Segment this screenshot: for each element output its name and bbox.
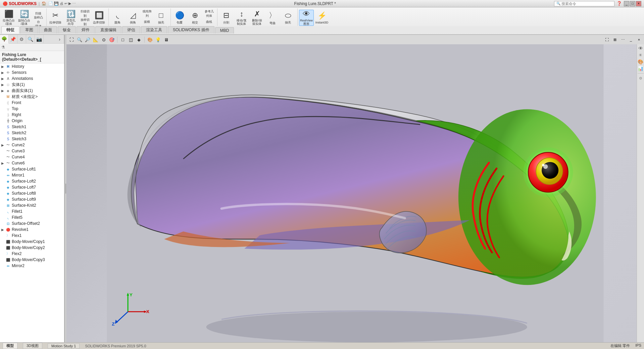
search-input[interactable] — [561, 2, 608, 6]
tree-item-right[interactable]: ▶ ├ Right — [0, 112, 64, 118]
tab-sketch[interactable]: 草图 — [20, 26, 38, 34]
status-tab-motion[interactable]: Motion Study 1 — [48, 343, 80, 349]
tree-item-surface-loft1[interactable]: ▶ ◈ Surface-Loft1 — [0, 166, 64, 172]
tree-item-fillet5[interactable]: ▶ ◟ Fillet5 — [0, 214, 64, 220]
tree-item-body-copy3[interactable]: ▶ ⬛ Body-Move/Copy3 — [0, 257, 64, 263]
tree-item-material[interactable]: ▶ M 材质 <未指定> — [0, 94, 64, 100]
vp-minimize-btn[interactable]: _ — [627, 36, 635, 43]
tree-item-revolve1[interactable]: ▶ 🔴 Revolve1 — [0, 227, 64, 233]
tree-item-sketch1[interactable]: ▶ S Sketch1 — [0, 124, 64, 130]
tree-item-solid[interactable]: ▶ □ 实体(1) — [0, 82, 64, 88]
panel-tab-property[interactable]: 📌 — [9, 35, 17, 44]
btn-realview[interactable]: 👁 RealView图形 — [299, 10, 314, 26]
btn-flex[interactable]: 〉 弯曲 — [265, 10, 280, 26]
vp-shaded-btn[interactable]: ◫ — [127, 36, 135, 43]
close-button[interactable]: × — [636, 1, 641, 6]
tree-item-fillet1[interactable]: ▶ ◟ Fillet1 — [0, 208, 64, 214]
tab-evaluate[interactable]: 评估 — [122, 26, 140, 34]
tree-item-flex2[interactable]: ▶ 〉 Flex2 — [0, 251, 64, 257]
btn-rib[interactable]: 线性阵列 — [141, 10, 153, 18]
feature-tree[interactable]: ▶ H History ▶ 👁 Sensors ▶ A Annotations … — [0, 63, 64, 342]
btn-emboss[interactable]: ⬭ 抽壳 — [281, 10, 295, 26]
vp-orient-btn[interactable]: ⛶ — [68, 36, 75, 43]
appearance-icon[interactable]: ☀ — [638, 52, 643, 58]
scene-icon[interactable]: 🎨 — [638, 59, 643, 64]
vp-light-btn[interactable]: 💡 — [154, 36, 162, 43]
btn-loft-cut[interactable]: 放样切割 — [79, 18, 91, 26]
menu-new[interactable]: 🏠 — [42, 1, 46, 6]
tree-item-annotations[interactable]: ▶ A Annotations — [0, 76, 64, 82]
btn-boundary-cut[interactable]: 🔲 边界切除 — [92, 10, 106, 26]
vp-wire-btn[interactable]: □ — [119, 36, 127, 43]
status-tab-3dview[interactable]: 3D视图 — [23, 343, 42, 349]
tree-item-origin[interactable]: ▶ ╋ Origin — [0, 118, 64, 124]
btn-wrap[interactable]: 🔵 包覆 — [172, 10, 187, 26]
tree-item-history[interactable]: ▶ H History — [0, 63, 64, 69]
vp-close-btn[interactable]: × — [635, 36, 643, 43]
display-manager-icon[interactable]: 👁 — [638, 46, 643, 51]
btn-draft[interactable]: 拔模 — [141, 18, 153, 26]
tree-item-mirror2[interactable]: ▶ ⇔ Mirror2 — [0, 263, 64, 269]
panel-tab-config[interactable]: ⚙ — [17, 35, 26, 44]
tree-item-curve3[interactable]: ▶ 〜 Curve3 — [0, 148, 64, 154]
tab-sheet-metal[interactable]: 钣金 — [58, 26, 76, 34]
tree-item-surface-body[interactable]: ▶ ◈ 曲面实体(1) — [0, 88, 64, 94]
panel-tab-search[interactable]: 🔍 — [26, 35, 35, 44]
expand-annotations[interactable]: ▶ — [1, 77, 5, 81]
tree-item-top[interactable]: ▶ ┬ Top — [0, 106, 64, 112]
tree-item-flex1[interactable]: ▶ 〉 Flex1 — [0, 233, 64, 239]
tree-item-curve6[interactable]: ▶ 〜 Curve6 — [0, 160, 64, 166]
maximize-button[interactable]: □ — [630, 1, 635, 6]
btn-split[interactable]: ⊟ 分割 — [219, 10, 234, 26]
tab-direct-edit[interactable]: 直接编辑 — [95, 26, 121, 34]
menu-icons[interactable]: 📄 💾 🖨 ↩ ▶ ⋯ — [48, 1, 76, 6]
expand-revolve1[interactable]: ▶ — [1, 228, 5, 232]
vp-settings-btn[interactable]: ⋯ — [619, 36, 627, 43]
tree-item-surface-offset2[interactable]: ▶ ⊡ Surface-Offset2 — [0, 220, 64, 227]
panel-collapse-btn[interactable]: › — [55, 35, 64, 44]
minimize-button[interactable]: _ — [624, 1, 629, 6]
vp-display-btn[interactable]: 🖥 — [162, 36, 170, 43]
help-icon[interactable]: ❓ — [616, 1, 622, 6]
btn-revolve-boss[interactable]: 🔄 旋转凸台/基体 — [17, 10, 32, 26]
vp-zoom-fit-btn[interactable]: 🔍 — [76, 36, 83, 43]
vp-rotate-btn[interactable]: 📐 — [92, 36, 99, 43]
btn-revolve-cut[interactable]: 🔃 异型孔向导 — [63, 10, 78, 26]
vp-split-btn[interactable]: ⊞ — [611, 36, 618, 43]
tree-item-knit2[interactable]: ▶ ⊞ Surface-Knit2 — [0, 202, 64, 208]
btn-chamfer[interactable]: ◿ 倒角 — [126, 10, 140, 26]
expand-surface-body[interactable]: ▶ — [1, 89, 5, 93]
vp-max-btn[interactable]: ⛶ — [603, 36, 610, 43]
tree-item-curve2[interactable]: ▶ 〜 Curve2 — [0, 142, 64, 148]
tree-item-front[interactable]: ▶ ┤ Front — [0, 100, 64, 106]
status-tab-model[interactable]: 模型 — [3, 343, 17, 349]
panel-tab-camera[interactable]: 📷 — [35, 35, 44, 44]
panel-tab-tree[interactable]: 🌳 — [0, 35, 9, 44]
tab-plugins[interactable]: SOLIDWORKS 插件 — [168, 26, 214, 34]
tree-item-sketch2[interactable]: ▶ S Sketch2 — [0, 130, 64, 136]
btn-extrude-boss[interactable]: ⬛ 拉伸凸台/基体 — [1, 10, 16, 26]
tree-item-curve4[interactable]: ▶ 〜 Curve4 — [0, 154, 64, 160]
btn-delete-body[interactable]: ✗ 删除/保留实体 — [250, 10, 264, 26]
right-icon-settings[interactable]: ⚙ — [638, 76, 643, 81]
expand-solid[interactable]: ▶ — [1, 83, 5, 87]
tab-mbd[interactable]: MBD — [215, 27, 234, 34]
tab-render[interactable]: 渲染工具 — [141, 26, 167, 34]
tree-item-body-copy2[interactable]: ▶ ⬛ Body-Move/Copy2 — [0, 245, 64, 251]
expand-curve2[interactable]: ▶ — [1, 143, 5, 147]
tab-surface[interactable]: 曲面 — [39, 26, 57, 34]
vp-target-btn[interactable]: 🎯 — [108, 36, 115, 43]
tree-item-sensors[interactable]: ▶ 👁 Sensors — [0, 69, 64, 76]
tree-item-surface-loft9[interactable]: ▶ ◈ Surface-Loft9 — [0, 196, 64, 202]
btn-sweep-cut[interactable]: 扫描切割 — [79, 10, 91, 18]
expand-sensors[interactable]: ▶ — [1, 71, 5, 74]
tab-features[interactable]: 特征 — [1, 26, 19, 34]
vp-color-btn[interactable]: 🎨 — [146, 36, 154, 43]
expand-history[interactable]: ▶ — [1, 65, 5, 68]
btn-curve[interactable]: 曲线 — [203, 18, 215, 26]
tree-item-body-copy1[interactable]: ▶ ⬛ Body-Move/Copy1 — [0, 239, 64, 245]
tree-item-mirror1[interactable]: ▶ ⇔ Mirror1 — [0, 172, 64, 178]
vp-edges-btn[interactable]: ◈ — [135, 36, 143, 43]
btn-instant3d[interactable]: ⚡ Instant3D — [314, 10, 329, 26]
tree-item-surface-loft2[interactable]: ▶ ◈ Surface-Loft2 — [0, 178, 64, 184]
